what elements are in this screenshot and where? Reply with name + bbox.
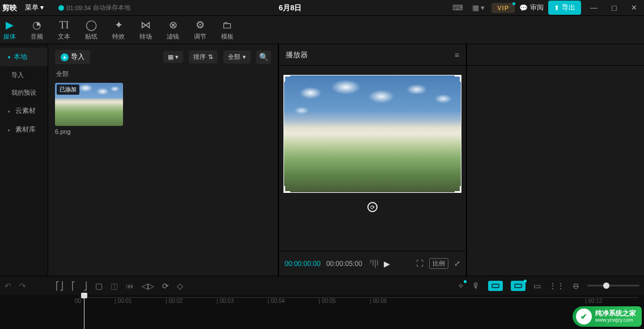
titlebar-right: ⌨ ▦ ▾ VIP 💬 审阅 ⬆ 导出 — ◻ ✕ — [450, 1, 642, 15]
rotate-handle[interactable]: ⟳ — [367, 202, 378, 212]
tab-fx[interactable]: ✦特效 — [112, 19, 125, 41]
template-icon: 🗀 — [222, 19, 232, 31]
properties-panel — [467, 44, 644, 276]
tab-audio[interactable]: ◔音频 — [31, 19, 43, 41]
tool-tabs: ▶媒体 ◔音频 TI文本 ◯贴纸 ✦特效 ⋈转场 ⊗滤镜 ⚙调节 🗀模板 — [0, 16, 644, 44]
sidebar-item-local[interactable]: 本地 — [0, 48, 48, 66]
timeline[interactable]: 00 | 00:01 | 00:02 | 00:03 | 00:04 | 00:… — [0, 295, 644, 329]
undo-button[interactable]: ↶ — [5, 281, 11, 290]
audio-icon: ◔ — [32, 19, 41, 31]
volume-meter-icon[interactable] — [368, 260, 378, 268]
autosave-dot-icon — [58, 5, 64, 11]
zoom-thumb[interactable] — [603, 282, 609, 289]
thumb-filename: 6.png — [55, 128, 123, 135]
tick-label: | 00:01 — [115, 298, 132, 304]
sidebar-item-library[interactable]: ▸素材库 — [0, 120, 48, 139]
review-button[interactable]: 💬 审阅 — [519, 3, 544, 12]
marker-auto-button[interactable] — [511, 281, 526, 291]
tab-adjust[interactable]: ⚙调节 — [194, 19, 206, 41]
timeline-ruler[interactable]: 00 | 00:01 | 00:02 | 00:03 | 00:04 | 00:… — [79, 297, 638, 310]
redo-button[interactable]: ↷ — [19, 281, 26, 290]
maximize-button[interactable]: ◻ — [607, 2, 622, 13]
snap-button[interactable]: ▭ — [533, 281, 541, 290]
export-button[interactable]: ⬆ 导出 — [548, 1, 581, 15]
tick-label: | 00:06 — [370, 298, 387, 304]
resize-handle[interactable] — [283, 75, 290, 77]
tick-label: | 00:03 — [217, 298, 234, 304]
import-button[interactable]: +导入 — [55, 50, 90, 64]
aspect-ratio-button[interactable]: 比例 — [429, 258, 448, 269]
player-footer: 00:00:00:00 00:00:05:00 ▶ ⛶ 比例 ⤢ — [279, 251, 466, 276]
watermark-url: www.ycwjzy.com — [595, 318, 636, 323]
marker-on-button[interactable] — [488, 281, 503, 291]
grid-view-button[interactable]: ▦ ▾ — [163, 51, 183, 63]
project-title: 6月8日 — [130, 3, 450, 13]
sidebar-item-cloud[interactable]: ▸云素材 — [0, 102, 48, 120]
mirror-button[interactable]: ◁▷ — [142, 281, 154, 290]
align-button[interactable]: ⋮⋮ — [549, 281, 565, 290]
thumb-image: 已添加 — [55, 83, 123, 126]
player-menu-icon[interactable]: ≡ — [455, 50, 459, 60]
ai-button[interactable]: ✧ — [457, 281, 464, 290]
crop-button[interactable]: ◇ — [177, 281, 183, 290]
resize-handle[interactable] — [283, 191, 290, 193]
autosave-time: 01:09:34 — [66, 5, 91, 11]
sort-button[interactable]: 排序 ⇅ — [189, 50, 218, 64]
play-button[interactable]: ▶ — [384, 259, 390, 268]
tab-text[interactable]: TI文本 — [58, 19, 70, 41]
sidebar: 本地 导入 我的预设 ▸云素材 ▸素材库 — [0, 44, 48, 276]
trim-left-button[interactable]: ⎡ — [71, 281, 75, 290]
tab-label: 特效 — [112, 32, 125, 41]
tab-label: 文本 — [58, 32, 70, 41]
zoom-out-button[interactable]: ⊖ — [573, 281, 579, 290]
tab-sticker[interactable]: ◯贴纸 — [85, 19, 98, 41]
tab-template[interactable]: 🗀模板 — [221, 19, 234, 41]
safe-zone-button[interactable]: ⛶ — [416, 259, 423, 268]
search-icon: 🔍 — [259, 53, 269, 61]
watermark-title: 纯净系统之家 — [595, 310, 636, 317]
menu-button[interactable]: 菜单 ▾ — [22, 2, 47, 14]
tab-label: 模板 — [221, 32, 234, 41]
tab-media[interactable]: ▶媒体 — [3, 19, 16, 41]
filter-button[interactable]: 全部 ▾ — [223, 50, 251, 64]
search-button[interactable]: 🔍 — [256, 50, 271, 64]
sidebar-item-mypreset[interactable]: 我的预设 — [0, 84, 48, 102]
vip-badge[interactable]: VIP — [492, 3, 515, 13]
preview-canvas[interactable] — [283, 75, 461, 193]
rotate-icon: ⟳ — [370, 204, 375, 210]
fullscreen-button[interactable]: ⤢ — [454, 259, 460, 268]
properties-header — [467, 44, 644, 66]
transition-icon: ⋈ — [141, 19, 151, 31]
sidebar-item-import[interactable]: 导入 — [0, 66, 48, 84]
tab-label: 转场 — [139, 32, 152, 41]
sidebar-label: 素材库 — [15, 125, 36, 134]
sort-label: 排序 — [193, 53, 206, 61]
split-button[interactable]: ⎡⎦ — [56, 281, 63, 290]
trim-right-button[interactable]: ⎦ — [83, 281, 87, 290]
rotate-button[interactable]: ⟳ — [162, 281, 169, 290]
mic-button[interactable]: 🎙 — [472, 281, 480, 290]
delete-button[interactable]: ▢ — [95, 281, 103, 290]
plus-icon: + — [61, 53, 69, 61]
freeze-button[interactable]: ◫ — [111, 281, 118, 290]
tab-filter[interactable]: ⊗滤镜 — [167, 19, 179, 41]
filter-icon: ⊗ — [169, 19, 177, 31]
sticker-icon: ◯ — [86, 19, 97, 31]
chevron-right-icon: ▸ — [8, 108, 11, 114]
tab-transition[interactable]: ⋈转场 — [139, 19, 152, 41]
close-button[interactable]: ✕ — [626, 2, 642, 13]
reverse-button[interactable]: ⏮ — [126, 281, 134, 290]
resize-handle[interactable] — [455, 191, 461, 193]
media-thumb[interactable]: 已添加 6.png — [55, 83, 123, 135]
resize-handle[interactable] — [455, 75, 461, 77]
minimize-button[interactable]: — — [586, 2, 602, 13]
player-title: 播放器 — [286, 50, 308, 60]
tab-label: 调节 — [194, 32, 206, 41]
tick-label: | 00:02 — [166, 298, 183, 304]
playhead[interactable] — [84, 295, 84, 329]
keyboard-icon[interactable]: ⌨ — [450, 2, 465, 13]
zoom-slider[interactable] — [587, 285, 639, 286]
tab-label: 贴纸 — [85, 32, 98, 41]
filter-label: 全部 — [228, 53, 240, 61]
layout-icon[interactable]: ▦ ▾ — [470, 2, 488, 13]
